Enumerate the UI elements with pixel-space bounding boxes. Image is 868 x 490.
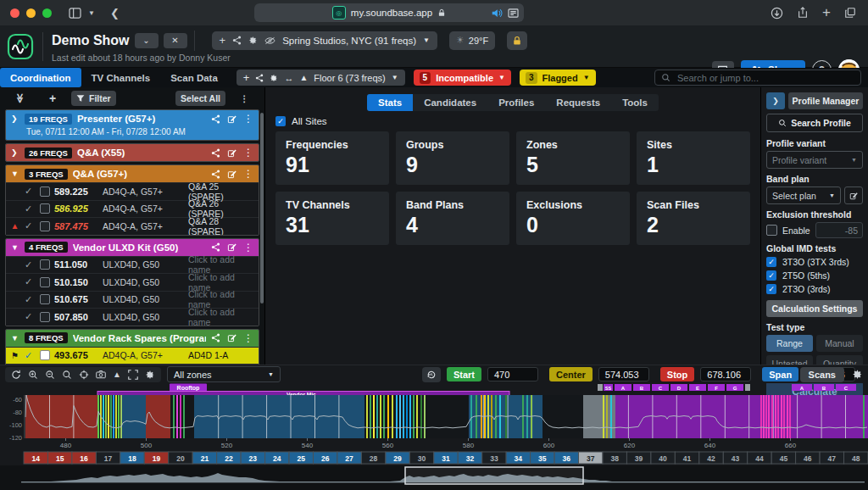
close-show-button[interactable]: ✕ <box>164 33 187 48</box>
edit-icon[interactable] <box>227 114 236 124</box>
frequency-value[interactable]: 510.150 <box>54 277 98 287</box>
test-type-manual[interactable]: Manual <box>816 335 863 352</box>
zones-select[interactable]: All zones ▼ <box>167 366 281 382</box>
warning-icon[interactable]: ▲ <box>299 73 308 82</box>
row-checkbox[interactable] <box>40 294 50 304</box>
row-checkbox[interactable] <box>40 350 50 360</box>
start-value[interactable]: 470 <box>487 367 538 381</box>
test-type-range[interactable]: Range <box>766 335 813 352</box>
share-network-icon[interactable] <box>232 36 242 45</box>
frequency-value[interactable]: 586.925 <box>54 203 98 214</box>
zoom-window-button[interactable] <box>42 8 52 18</box>
tab-candidates[interactable]: Candidates <box>413 94 487 111</box>
incompatible-filter[interactable]: 5 Incompatible ▼ <box>414 70 511 86</box>
frequency-row[interactable]: ✓510.675ULXD4D, G50Click to add name <box>6 291 259 309</box>
frequency-row[interactable]: ✓511.050ULXD4D, G50Click to add name <box>6 256 259 274</box>
frequency-value[interactable]: 589.225 <box>54 187 98 197</box>
share-network-icon[interactable] <box>255 74 264 82</box>
close-window-button[interactable] <box>10 8 19 18</box>
stop-value[interactable]: 678.106 <box>700 367 751 381</box>
collapse-panel-button[interactable]: ❯ <box>766 92 785 109</box>
calculation-settings-button[interactable]: Calculation Settings <box>766 300 863 317</box>
share-icon[interactable] <box>211 242 220 252</box>
filter-button[interactable]: Filter <box>71 91 116 106</box>
check-icon[interactable]: ✓ <box>25 311 36 322</box>
weather-widget[interactable]: ☀ 29°F <box>449 31 495 50</box>
new-tab-icon[interactable]: + <box>822 4 831 21</box>
group-name[interactable]: Presenter (G57+) <box>77 114 206 124</box>
check-icon[interactable]: ✓ <box>25 276 36 287</box>
check-icon[interactable]: ✓ <box>25 259 36 270</box>
threshold-input[interactable] <box>815 222 863 238</box>
edit-band-plan-button[interactable] <box>844 187 863 204</box>
sidebar-scrollbar[interactable] <box>260 113 264 303</box>
check-icon[interactable]: ✓ <box>25 294 36 305</box>
sidebar-menu-button[interactable]: ⋮ <box>231 91 258 106</box>
group-name[interactable]: Vendor Rack Spares (Programmed) <box>73 333 206 343</box>
chevron-down-icon[interactable]: ▼ <box>88 9 95 17</box>
kebab-menu-icon[interactable]: ⋮ <box>243 168 253 180</box>
nav-tab-tv-channels[interactable]: TV Channels <box>81 68 161 87</box>
checkbox-checked-icon[interactable]: ✓ <box>766 270 776 281</box>
chevron-down-icon[interactable]: ▼ <box>11 243 19 252</box>
check-icon[interactable]: ✓ <box>25 203 36 214</box>
browser-sidebar-icon[interactable] <box>69 8 81 19</box>
add-group-button[interactable]: + <box>39 91 66 106</box>
select-all-button[interactable]: Select All <box>175 91 225 106</box>
group-header[interactable]: ❯19 FREQSPresenter (G57+)⋮ <box>6 110 259 127</box>
downloads-icon[interactable] <box>771 7 783 19</box>
floor-selector[interactable]: + ↔ ▲ Floor 6 (73 freqs) ▼ <box>236 70 405 86</box>
camera-icon[interactable] <box>96 370 106 380</box>
minimize-window-button[interactable] <box>26 8 36 18</box>
share-icon[interactable] <box>211 333 220 342</box>
marker-icon[interactable]: ▲ <box>113 370 121 379</box>
edit-icon[interactable] <box>227 242 236 252</box>
chevron-right-icon[interactable]: ❯ <box>11 114 19 123</box>
channel-name[interactable]: AD4D 1-A <box>188 350 255 360</box>
frequency-value[interactable]: 511.050 <box>54 259 98 270</box>
zoom-out-icon[interactable] <box>45 370 55 380</box>
center-value[interactable]: 574.053 <box>598 367 649 381</box>
channel-name[interactable]: Click to add name <box>188 307 255 326</box>
group-name[interactable]: Vendor ULXD Kit (G50) <box>73 242 206 253</box>
frequency-row[interactable]: ✓510.150ULXD4D, G50Click to add name <box>6 273 259 291</box>
checkbox-checked-icon[interactable]: ✓ <box>766 284 776 294</box>
gear-icon[interactable] <box>145 370 155 380</box>
share-icon[interactable] <box>211 114 220 124</box>
add-icon[interactable]: + <box>243 71 250 84</box>
spectrum-chart[interactable]: RooftopVendor Mic...SSABCDEFGABC-60-80-1… <box>0 383 868 490</box>
search-bar[interactable] <box>654 70 861 86</box>
nav-tab-coordination[interactable]: Coordination <box>0 68 81 87</box>
group-header[interactable]: ❯26 FREQSQ&A (X55)⋮ <box>6 144 259 161</box>
search-icon[interactable] <box>62 370 72 380</box>
tab-tools[interactable]: Tools <box>611 94 659 111</box>
gear-icon[interactable] <box>248 36 258 45</box>
imd-test-item[interactable]: ✓3T3O (3TX 3rds) <box>766 257 863 267</box>
zoom-in-icon[interactable] <box>28 370 38 380</box>
scans-gear-icon[interactable] <box>852 369 863 380</box>
frequency-row[interactable]: ✓507.850ULXD4D, G50Click to add name <box>6 308 259 326</box>
row-checkbox[interactable] <box>40 221 50 231</box>
row-checkbox[interactable] <box>40 259 50 270</box>
row-checkbox[interactable] <box>40 312 50 322</box>
kebab-menu-icon[interactable]: ⋮ <box>243 113 253 125</box>
edit-icon[interactable] <box>227 148 236 158</box>
kebab-menu-icon[interactable]: ⋮ <box>243 242 253 253</box>
share-icon[interactable] <box>211 170 220 179</box>
group-name[interactable]: Q&A (X55) <box>77 148 206 158</box>
row-checkbox[interactable] <box>40 203 50 214</box>
frequency-value[interactable]: 507.850 <box>54 312 98 322</box>
back-icon[interactable]: ❮ <box>110 7 120 19</box>
profile-variant-select[interactable]: Profile variant ▼ <box>766 151 863 169</box>
chevron-right-icon[interactable]: ❯ <box>11 148 19 157</box>
gear-icon[interactable] <box>270 74 278 82</box>
enable-checkbox[interactable] <box>766 225 777 236</box>
frequency-row[interactable]: ✓589.225AD4Q-A, G57+Q&A 25 (SPARE) <box>6 182 259 200</box>
crosshair-icon[interactable] <box>79 370 89 380</box>
group-header[interactable]: ▼4 FREQSVendor ULXD Kit (G50)⋮ <box>6 239 259 256</box>
imd-test-item[interactable]: ✓2T5O (5ths) <box>766 270 863 281</box>
swap-icon[interactable]: ↔ <box>284 73 293 83</box>
check-icon[interactable]: ✓ <box>25 350 36 361</box>
edit-icon[interactable] <box>227 170 236 179</box>
frequency-row[interactable]: ⚑✓493.675AD4Q-A, G57+AD4D 1-A <box>6 347 259 365</box>
